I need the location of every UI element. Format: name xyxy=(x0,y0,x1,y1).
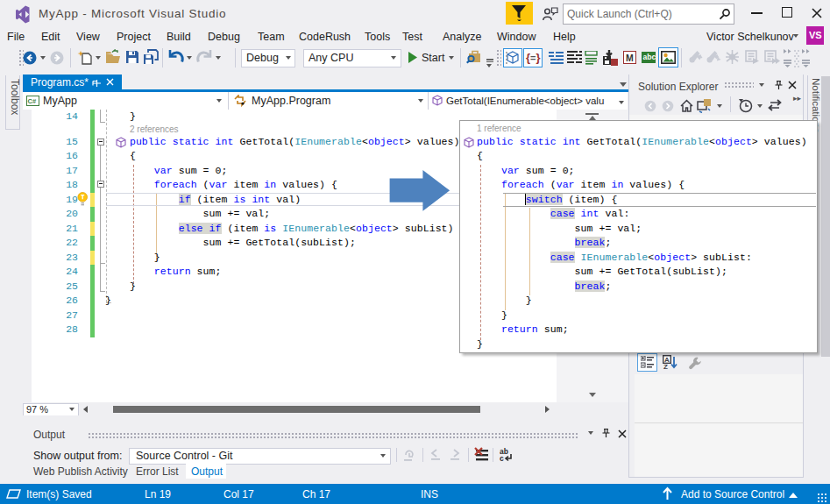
svg-text:Z: Z xyxy=(663,363,668,370)
svg-text:c: c xyxy=(500,454,504,463)
